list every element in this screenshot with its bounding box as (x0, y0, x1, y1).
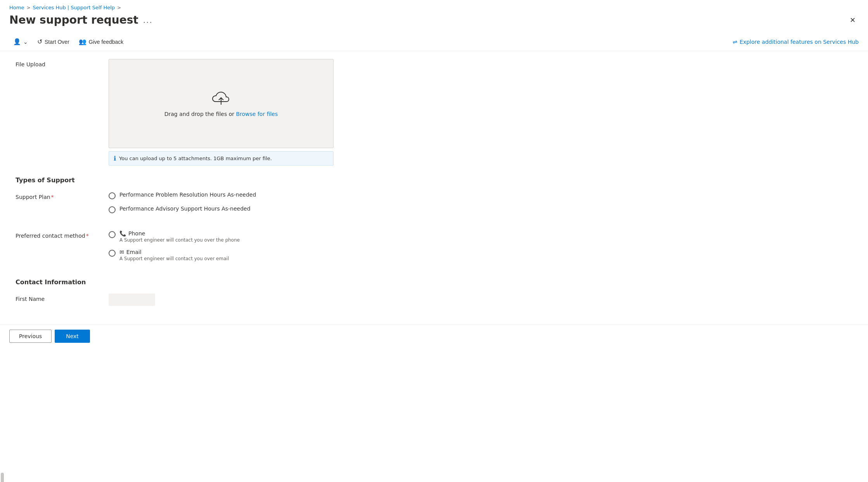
support-plan-option-2[interactable]: Performance Advisory Support Hours As-ne… (109, 206, 334, 213)
types-of-support-header: Types of Support (16, 176, 852, 184)
phone-label: Phone (128, 230, 145, 237)
content-area: File Upload Drag and drop the files or B… (0, 51, 868, 325)
breadcrumb-home[interactable]: Home (9, 5, 24, 10)
breadcrumb: Home > Services Hub | Support Self Help … (0, 0, 868, 12)
phone-description: A Support engineer will contact you over… (119, 237, 240, 243)
refresh-icon: ↺ (37, 38, 42, 45)
file-upload-label: File Upload (16, 59, 109, 67)
breadcrumb-sep1: > (26, 5, 30, 10)
cloud-upload-icon (212, 90, 230, 106)
first-name-input-placeholder[interactable] (109, 294, 155, 306)
email-description: A Support engineer will contact you over… (119, 256, 229, 261)
breadcrumb-sep2: > (117, 5, 121, 10)
scrollbar-thumb[interactable] (1, 473, 4, 482)
page-title: New support request (9, 14, 138, 26)
contact-phone-label: 📞 Phone A Support engineer will contact … (119, 230, 240, 243)
email-icon: ✉ (119, 249, 124, 255)
preferred-contact-label: Preferred contact method* (16, 230, 109, 239)
radio-circle-2 (109, 206, 116, 213)
upload-text: Drag and drop the files or Browse for fi… (164, 111, 278, 117)
start-over-label: Start Over (45, 39, 69, 45)
first-name-content (109, 294, 334, 306)
file-upload-zone[interactable]: Drag and drop the files or Browse for fi… (109, 59, 334, 148)
give-feedback-button[interactable]: 👥 Give feedback (75, 36, 128, 48)
contact-info-header: Contact Information (16, 278, 852, 286)
page-title-row: New support request ... ✕ (0, 12, 868, 33)
radio-circle-email (109, 250, 116, 257)
start-over-button[interactable]: ↺ Start Over (33, 36, 73, 48)
previous-button[interactable]: Previous (9, 330, 52, 343)
support-plan-label-2: Performance Advisory Support Hours As-ne… (119, 206, 251, 212)
page-container: Home > Services Hub | Support Self Help … (0, 0, 868, 482)
contact-phone-option[interactable]: 📞 Phone A Support engineer will contact … (109, 230, 334, 243)
explore-icon: ⇌ (733, 39, 737, 45)
contact-email-option[interactable]: ✉ Email A Support engineer will contact … (109, 249, 334, 261)
contact-email-label: ✉ Email A Support engineer will contact … (119, 249, 229, 261)
breadcrumb-services-hub[interactable]: Services Hub | Support Self Help (33, 5, 115, 10)
support-plan-required: * (51, 194, 54, 200)
preferred-contact-required: * (86, 233, 89, 239)
browse-files-link[interactable]: Browse for files (236, 111, 278, 117)
first-name-row: First Name (16, 294, 852, 306)
support-plan-row: Support Plan* Performance Problem Resolu… (16, 192, 852, 219)
feedback-icon: 👥 (79, 38, 86, 45)
radio-circle-1 (109, 192, 116, 199)
give-feedback-label: Give feedback (89, 39, 124, 45)
bottom-navigation: Previous Next (0, 325, 868, 347)
explore-features-link[interactable]: ⇌ Explore additional features on Service… (733, 39, 859, 45)
first-name-label: First Name (16, 294, 109, 302)
support-plan-label: Support Plan* (16, 192, 109, 200)
file-upload-row: File Upload Drag and drop the files or B… (16, 59, 852, 166)
upload-info-banner: ℹ You can upload up to 5 attachments. 1G… (109, 151, 334, 166)
toolbar: 👤 ⌄ ↺ Start Over 👥 Give feedback ⇌ Explo… (0, 33, 868, 51)
main-content: File Upload Drag and drop the files or B… (0, 51, 868, 325)
phone-icon: 📞 (119, 230, 126, 237)
file-upload-content: Drag and drop the files or Browse for fi… (109, 59, 334, 166)
chevron-down-icon: ⌄ (23, 39, 28, 45)
email-label: Email (126, 249, 142, 255)
next-button[interactable]: Next (55, 330, 90, 343)
radio-circle-phone (109, 231, 116, 238)
support-plan-label-1: Performance Problem Resolution Hours As-… (119, 192, 256, 198)
upload-info-text: You can upload up to 5 attachments. 1GB … (119, 155, 272, 161)
user-dropdown-button[interactable]: 👤 ⌄ (9, 36, 32, 48)
info-icon: ℹ (114, 155, 116, 162)
close-button[interactable]: ✕ (847, 14, 859, 26)
preferred-contact-options: 📞 Phone A Support engineer will contact … (109, 230, 334, 268)
explore-label: Explore additional features on Services … (740, 39, 859, 45)
page-options-dots[interactable]: ... (143, 16, 153, 25)
preferred-contact-row: Preferred contact method* 📞 Phone A Supp… (16, 230, 852, 268)
user-icon: 👤 (13, 38, 21, 45)
support-plan-options: Performance Problem Resolution Hours As-… (109, 192, 334, 219)
support-plan-option-1[interactable]: Performance Problem Resolution Hours As-… (109, 192, 334, 199)
